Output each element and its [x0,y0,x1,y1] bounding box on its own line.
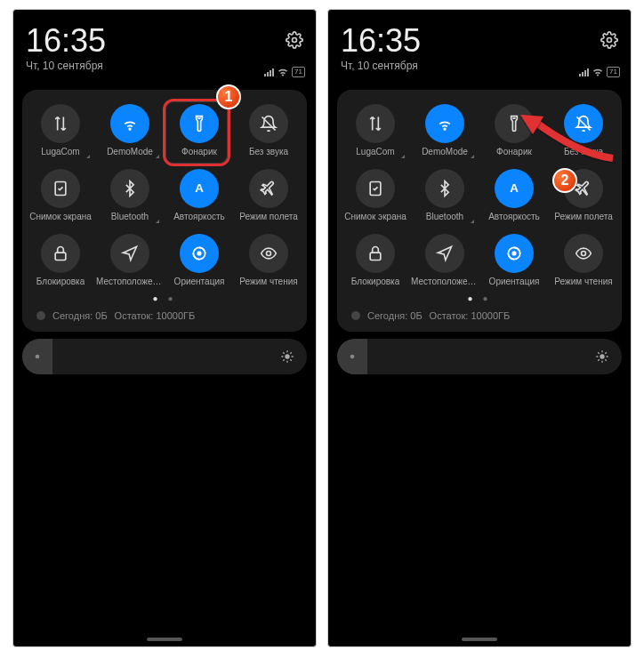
qs-tile-data-arrows[interactable]: LugaCom [26,99,95,162]
svg-point-21 [444,128,446,130]
qs-tile-data-arrows[interactable]: LugaCom [341,99,410,162]
quick-settings-panel: LugaComDemoModeФонарикБез звукаСнимок эк… [22,90,307,332]
qs-tile-orientation[interactable]: Ориентация [479,229,549,292]
qs-tile-screenshot[interactable]: Снимок экрана [341,164,410,227]
airplane-icon [249,169,288,208]
qs-tile-wifi[interactable]: DemoMode [95,99,165,162]
tile-label: Режим полета [554,212,612,221]
svg-point-0 [293,38,297,43]
tile-label: Режим чтения [239,277,297,286]
svg-line-37 [605,359,606,360]
tile-label: Фонарик [496,147,532,156]
settings-icon[interactable] [600,31,618,49]
eye-icon [564,234,603,273]
bluetooth-icon [110,169,149,208]
qs-tile-letter-a[interactable]: AАвтояркость [479,164,549,227]
svg-line-36 [598,352,599,353]
svg-line-18 [283,359,284,360]
expand-indicator-icon [471,155,474,158]
clock-time: 16:35 [341,22,421,60]
bell-off-icon [249,104,288,143]
qs-tile-eye[interactable]: Режим чтения [549,229,618,292]
tile-label: Без звука [564,147,603,156]
phone-screenshot-left: 16:35 Чт, 10 сентября 71 LugaComDemoMode… [12,9,317,647]
brightness-high-icon [595,349,609,364]
settings-icon[interactable] [286,31,303,49]
svg-point-9 [267,252,271,256]
bell-off-icon [564,104,603,143]
status-bar-right: 71 [264,67,305,77]
qs-tile-lock[interactable]: Блокировка [341,229,410,292]
tile-label: DemoMode [422,147,468,156]
expand-indicator-icon [156,220,159,223]
airplane-icon [564,169,603,208]
location-icon [425,234,464,273]
svg-point-30 [350,355,355,359]
wifi-icon [425,104,464,143]
svg-line-38 [598,359,599,360]
tile-label: Режим полета [239,212,297,221]
data-arrows-icon [356,104,395,143]
brightness-high-icon [280,349,294,364]
nav-handle[interactable] [147,638,182,641]
svg-point-29 [582,252,586,256]
tile-label: DemoMode [107,147,153,156]
tile-label: Фонарик [181,147,217,156]
qs-tile-flashlight[interactable]: Фонарик [165,99,234,162]
orientation-icon [180,234,219,273]
data-usage-row[interactable]: Сегодня: 0Б Остаток: 10000ГБ [341,303,618,325]
tile-label: Автояркость [488,212,540,221]
data-dot-icon [351,311,360,320]
data-arrows-icon [41,104,80,143]
tile-label: Ориентация [489,277,540,286]
tile-label: Снимок экрана [29,212,92,221]
qs-tile-location[interactable]: Местоположение [410,229,479,292]
page-dots[interactable]: ● ● [341,293,618,303]
data-usage-row[interactable]: Сегодня: 0Б Остаток: 10000ГБ [26,303,303,325]
qs-tile-bluetooth[interactable]: Bluetooth [95,164,165,227]
svg-line-19 [290,352,291,353]
svg-rect-8 [197,252,200,254]
qs-tile-bell-off[interactable]: Без звука [234,99,303,162]
expand-indicator-icon [471,220,474,223]
qs-tile-bluetooth[interactable]: Bluetooth [410,164,479,227]
page-dots[interactable]: ● ● [26,293,303,303]
brightness-slider[interactable] [22,339,307,374]
qs-tile-bell-off[interactable]: Без звука [549,99,618,162]
tile-label: LugaCom [41,147,79,156]
eye-icon [249,234,288,273]
tile-label: Bluetooth [426,212,463,221]
wifi-status-icon [278,68,288,76]
data-remaining: Остаток: 10000ГБ [430,310,511,321]
qs-tile-flashlight[interactable]: Фонарик [479,99,549,162]
tile-label: Автояркость [173,212,225,221]
qs-tile-orientation[interactable]: Ориентация [165,229,234,292]
letter-a-icon: A [495,169,534,208]
tile-label: Снимок экрана [344,212,407,221]
nav-handle[interactable] [462,638,497,641]
expand-indicator-icon [86,155,90,158]
qs-tile-eye[interactable]: Режим чтения [234,229,303,292]
tile-label: Ориентация [174,277,225,286]
svg-rect-26 [370,253,381,260]
qs-tile-wifi[interactable]: DemoMode [410,99,479,162]
qs-tile-letter-a[interactable]: AАвтояркость [165,164,234,227]
qs-tile-lock[interactable]: Блокировка [26,229,95,292]
tile-label: Без звука [249,147,288,156]
svg-point-31 [600,354,604,358]
qs-tile-screenshot[interactable]: Снимок экрана [26,164,95,227]
qs-tile-airplane[interactable]: Режим полета [549,164,618,227]
data-dot-icon [36,311,45,320]
svg-rect-28 [512,252,515,254]
expand-indicator-icon [156,155,159,158]
tile-label: Местоположение [411,277,479,286]
qs-tile-airplane[interactable]: Режим полета [234,164,303,227]
expand-indicator-icon [401,155,405,158]
brightness-slider[interactable] [337,339,622,374]
data-today: Сегодня: 0Б [367,310,423,321]
svg-rect-6 [55,253,66,260]
tile-label: Блокировка [351,277,400,286]
battery-indicator: 71 [292,67,305,77]
data-today: Сегодня: 0Б [52,310,108,321]
qs-tile-location[interactable]: Местоположение [95,229,165,292]
